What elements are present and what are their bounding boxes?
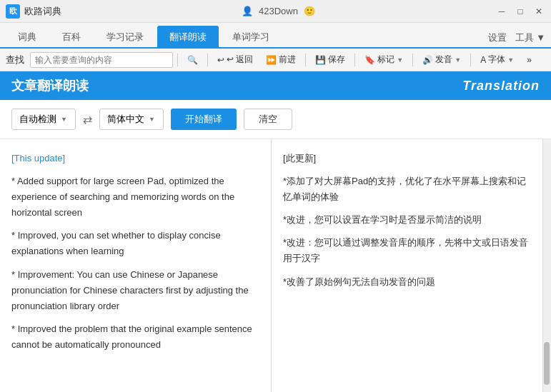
separator-5 xyxy=(412,54,413,66)
tab-translate[interactable]: 翻译朗读 xyxy=(157,26,219,47)
maximize-button[interactable]: □ xyxy=(514,5,527,18)
target-line-4: *改善了原始例句无法自动发音的问题 xyxy=(283,274,531,290)
more-button[interactable]: » xyxy=(522,52,537,68)
bookmark-chevron: ▼ xyxy=(397,56,403,64)
bookmark-button[interactable]: 🔖 标记 ▼ xyxy=(359,52,408,68)
clear-button[interactable]: 清空 xyxy=(244,109,292,130)
save-button[interactable]: 💾 保存 xyxy=(310,52,350,68)
page-subtitle: Translation xyxy=(462,79,540,94)
nav-tabs: 词典 百科 学习记录 翻译朗读 单词学习 设置 工具 ▼ xyxy=(0,23,551,49)
target-line-1: *添加了对大屏幕Pad的支持，优化了在水平屏幕上搜索和记忆单词的体验 xyxy=(283,174,531,205)
search-label: 查找 xyxy=(6,54,24,66)
tab-history[interactable]: 学习记录 xyxy=(94,26,156,47)
search-input[interactable] xyxy=(30,52,173,68)
separator-4 xyxy=(354,54,355,66)
source-line-4: * Improved the problem that the original… xyxy=(11,321,259,353)
back-button[interactable]: ↩ ↩ 返回 xyxy=(212,52,258,68)
content-area: [This update] * Added support for large … xyxy=(0,139,551,392)
target-lang-label: 简体中文 xyxy=(107,113,144,126)
app-icon: 欧 xyxy=(6,4,20,19)
font-button[interactable]: A 字体 ▼ xyxy=(475,52,519,68)
user-label: 423Down xyxy=(259,6,298,16)
separator-2 xyxy=(207,54,208,66)
tab-dict[interactable]: 词典 xyxy=(6,26,49,47)
page-header: 文章翻译朗读 Translation xyxy=(0,71,551,100)
title-bar: 欧 欧路词典 👤 423Down 🙂 ─ □ ✕ xyxy=(0,0,551,23)
source-line-0: [This update] xyxy=(11,151,259,166)
source-line-2: * Improved, you can set whether to displ… xyxy=(11,228,259,259)
target-lang-select[interactable]: 简体中文 ▼ xyxy=(99,109,164,130)
minimize-button[interactable]: ─ xyxy=(495,5,508,18)
tab-baike[interactable]: 百科 xyxy=(50,26,93,47)
source-lang-chevron: ▼ xyxy=(61,116,67,123)
search-button[interactable]: 🔍 xyxy=(182,52,203,68)
source-lang-label: 自动检测 xyxy=(19,113,56,126)
target-line-3: *改进：您可以通过调整发音库的顺序，先将中文或日语发音用于汉字 xyxy=(283,235,531,266)
close-button[interactable]: ✕ xyxy=(532,5,545,18)
separator-6 xyxy=(470,54,471,66)
target-pane[interactable]: [此更新] *添加了对大屏幕Pad的支持，优化了在水平屏幕上搜索和记忆单词的体验… xyxy=(272,139,542,392)
target-line-2: *改进，您可以设置在学习时是否显示简洁的说明 xyxy=(283,212,531,228)
target-line-0: [此更新] xyxy=(283,151,531,166)
source-line-3: * Improvement: You can use Chinese or Ja… xyxy=(11,267,259,314)
title-bar-right[interactable]: ─ □ ✕ xyxy=(495,5,545,18)
emoji-icon: 🙂 xyxy=(304,6,315,16)
translation-controls: 自动检测 ▼ ⇄ 简体中文 ▼ 开始翻译 清空 xyxy=(0,100,551,139)
nav-tabs-right: 设置 工具 ▼ xyxy=(488,31,545,47)
target-lang-chevron: ▼ xyxy=(149,116,155,123)
toolbar: 查找 🔍 ↩ ↩ 返回 ⏩ 前进 💾 保存 🔖 标记 ▼ 🔊 发音 ▼ A 字体… xyxy=(0,49,551,71)
forward-button[interactable]: ⏩ 前进 xyxy=(261,52,301,68)
separator-1 xyxy=(177,54,178,66)
source-pane[interactable]: [This update] * Added support for large … xyxy=(0,139,272,392)
page-title: 文章翻译朗读 xyxy=(11,77,89,94)
user-icon: 👤 xyxy=(242,6,253,16)
title-bar-left: 欧 欧路词典 xyxy=(6,4,61,19)
audio-chevron: ▼ xyxy=(455,56,461,64)
nav-tabs-left: 词典 百科 学习记录 翻译朗读 单词学习 xyxy=(6,26,283,47)
title-bar-center: 👤 423Down 🙂 xyxy=(242,6,315,16)
separator-3 xyxy=(305,54,306,66)
scrollbar-track[interactable] xyxy=(542,139,551,392)
scrollbar-thumb[interactable] xyxy=(544,342,550,385)
start-translation-button[interactable]: 开始翻译 xyxy=(171,109,237,130)
source-lang-select[interactable]: 自动检测 ▼ xyxy=(11,109,76,130)
audio-button[interactable]: 🔊 发音 ▼ xyxy=(417,52,466,68)
tools-link[interactable]: 工具 ▼ xyxy=(515,31,545,44)
tab-wordlearn[interactable]: 单词学习 xyxy=(220,26,282,47)
settings-link[interactable]: 设置 xyxy=(488,31,507,44)
app-name: 欧路词典 xyxy=(24,5,61,18)
font-chevron: ▼ xyxy=(507,56,514,64)
source-line-1: * Added support for large screen Pad, op… xyxy=(11,174,259,221)
swap-languages-button[interactable]: ⇄ xyxy=(83,113,92,126)
